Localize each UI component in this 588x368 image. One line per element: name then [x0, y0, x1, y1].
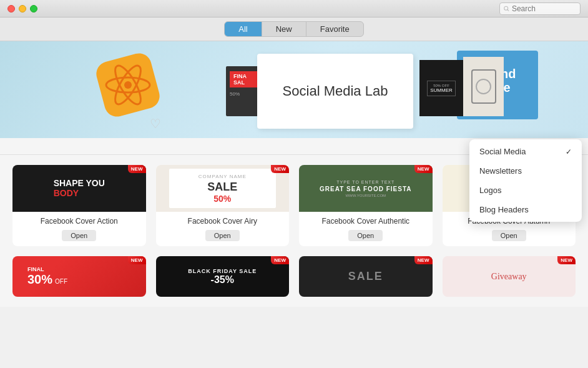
- traffic-lights: [7, 5, 37, 12]
- bottom-card-sale[interactable]: SALE NEW: [299, 256, 433, 297]
- thumb-authentic-title: TYPE TO ENTER TEXT: [320, 180, 411, 184]
- heart-icon[interactable]: ♡: [150, 116, 161, 131]
- template-info-authentic: Facebook Cover Authentic Open: [299, 212, 433, 246]
- banner-area: FINASAL 50% Social Media Lab Grand Sale …: [226, 47, 538, 135]
- thumb-authentic-main: GREAT SEA FOOD FIESTA: [320, 186, 411, 192]
- bottom-card-blackfriday[interactable]: BLACK FRIDAY SALE -35% NEW: [156, 256, 290, 297]
- thumbnail-authentic: TYPE TO ENTER TEXT GREAT SEA FOOD FIESTA…: [299, 165, 433, 212]
- thumb-preview: 50% OFF SUMMER: [419, 60, 463, 116]
- title-bar: [0, 0, 588, 17]
- bottom-row: FINAL 30% OFF NEW BLACK FRIDAY SALE -35%…: [0, 256, 588, 307]
- search-bar[interactable]: [499, 2, 581, 15]
- tab-favorite[interactable]: Favorite: [306, 22, 363, 36]
- dropdown-item-newsletters[interactable]: Newsletters: [469, 161, 582, 181]
- template-card-airy[interactable]: COMPANY NAME SALE 50% NEW Facebook Cover…: [156, 165, 290, 246]
- svg-point-0: [504, 6, 508, 10]
- sale-text: SALE: [198, 181, 247, 194]
- close-button[interactable]: [7, 5, 15, 12]
- thumb-preview2: [463, 57, 504, 116]
- check-mark-icon: ✓: [566, 147, 572, 156]
- template-name-action: Facebook Cover Action: [17, 217, 141, 226]
- thumb-authentic-url: WWW.YOURSITE.COM: [320, 194, 411, 197]
- thumbnail-airy: COMPANY NAME SALE 50% NEW: [156, 165, 290, 212]
- dropdown-item-social-media[interactable]: Social Media ✓: [469, 142, 582, 161]
- template-card-action[interactable]: SHAPE YOUBODY NEW Facebook Cover Action …: [12, 165, 146, 246]
- search-input[interactable]: [512, 4, 576, 13]
- new-badge: NEW: [128, 256, 146, 264]
- hero-content: ♡ FINASAL 50% Social Media Lab Grand Sal…: [0, 41, 588, 138]
- template-info-airy: Facebook Cover Airy Open: [156, 212, 290, 246]
- b1-off: OFF: [55, 278, 67, 285]
- b2-percent: -35%: [188, 274, 257, 286]
- thumb-airy-inner: COMPANY NAME SALE 50%: [169, 169, 276, 209]
- open-button-airy[interactable]: Open: [205, 230, 240, 241]
- maximize-button[interactable]: [30, 5, 37, 12]
- b3-sale-text: SALE: [348, 270, 383, 283]
- minimize-button[interactable]: [19, 5, 26, 12]
- b1-final: FINAL: [27, 266, 131, 272]
- b4-giveaway-text: Giveaway: [491, 272, 527, 282]
- template-card-authentic[interactable]: TYPE TO ENTER TEXT GREAT SEA FOOD FIESTA…: [299, 165, 433, 246]
- svg-point-5: [124, 81, 132, 89]
- tab-all[interactable]: All: [225, 22, 262, 36]
- open-button-authentic[interactable]: Open: [348, 230, 383, 241]
- app-icon: [97, 54, 159, 116]
- hero-section: ♡ FINASAL 50% Social Media Lab Grand Sal…: [0, 41, 588, 138]
- new-badge: NEW: [414, 165, 433, 173]
- new-badge: NEW: [271, 256, 289, 264]
- template-name-airy: Facebook Cover Airy: [161, 217, 285, 226]
- thumbnail-action: SHAPE YOUBODY NEW: [12, 165, 146, 212]
- open-button-action[interactable]: Open: [62, 230, 96, 241]
- new-badge: NEW: [414, 256, 433, 264]
- new-badge: NEW: [557, 256, 576, 264]
- dropdown-item-logos[interactable]: Logos: [469, 181, 582, 200]
- new-badge: NEW: [271, 165, 289, 173]
- bottom-card-final[interactable]: FINAL 30% OFF NEW: [12, 256, 146, 297]
- banner-main-text: Social Media Lab: [283, 83, 388, 99]
- open-button-autumn[interactable]: Open: [492, 230, 526, 241]
- dropdown-menu: Social Media ✓ Newsletters Logos Blog He…: [469, 139, 582, 222]
- new-badge: NEW: [128, 165, 146, 173]
- template-info-action: Facebook Cover Action Open: [12, 212, 146, 246]
- bottom-card-giveaway[interactable]: Giveaway NEW: [443, 256, 576, 297]
- dropdown-item-blog-headers[interactable]: Blog Headers: [469, 200, 582, 219]
- search-icon: [504, 6, 509, 12]
- b1-percent: 30%: [27, 272, 52, 287]
- tab-new[interactable]: New: [262, 22, 306, 36]
- svg-line-1: [507, 9, 509, 11]
- nav-bar: All New Favorite: [0, 17, 588, 41]
- category-bar: Social Media ▾ Social Media Lab for Page…: [0, 138, 588, 155]
- thumb-action-text: SHAPE YOUBODY: [54, 179, 105, 198]
- tab-group: All New Favorite: [224, 21, 363, 37]
- b2-main-text: BLACK FRIDAY SALE: [188, 268, 257, 274]
- banner-main: Social Media Lab: [257, 54, 413, 129]
- template-name-authentic: Facebook Cover Authentic: [304, 217, 428, 226]
